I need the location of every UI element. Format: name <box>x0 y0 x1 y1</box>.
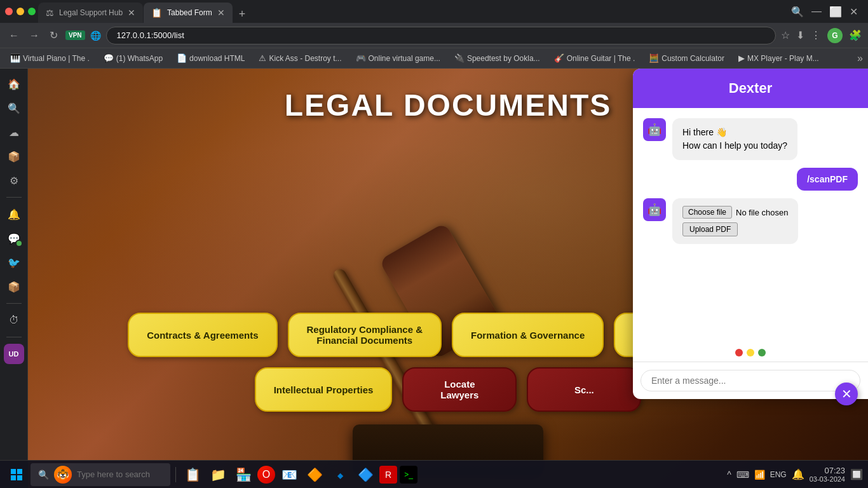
forward-button[interactable]: → <box>27 27 42 44</box>
window-minimize-btn[interactable] <box>17 8 24 15</box>
bookmark-mx-player[interactable]: ▶ MX Player - Play M... <box>733 51 824 65</box>
bookmark-label: Virtual Piano | The . <box>23 54 90 63</box>
taskbar-clock: 07:23 03-03-2024 <box>810 466 845 483</box>
svg-rect-0 <box>11 469 16 474</box>
taskbar-app-vlc[interactable]: 🔶 <box>303 463 326 486</box>
chat-user-message: /scanPDF <box>643 168 858 191</box>
sidebar-timer-icon[interactable]: ⏱ <box>4 310 24 330</box>
restore-icon[interactable]: ⬜ <box>829 6 842 18</box>
bookmark-favicon: 🎹 <box>10 53 20 63</box>
sidebar-box-icon[interactable]: 📦 <box>4 146 24 166</box>
sidebar-gear-icon[interactable]: ⚙ <box>4 170 24 191</box>
intellectual-properties-button[interactable]: Intellectual Properties <box>255 367 393 412</box>
bookmark-label: download HTML <box>189 54 245 63</box>
sidebar-home-icon[interactable]: 🏠 <box>4 74 24 94</box>
taskbar-app-opera[interactable]: O <box>257 466 275 484</box>
taskbar-app-mail[interactable]: 📧 <box>278 463 301 486</box>
action-center-icon[interactable]: 🔲 <box>850 468 863 480</box>
notification-icon[interactable]: 🔔 <box>792 468 804 480</box>
tab1-close-icon[interactable]: ✕ <box>128 8 135 18</box>
taskbar-search-input[interactable] <box>77 470 159 479</box>
keyboard-icon[interactable]: ⌨ <box>736 470 749 480</box>
star-icon[interactable]: ☆ <box>781 29 790 41</box>
url-input[interactable] <box>106 27 776 44</box>
taskbar-app-vscode[interactable]: 🔷 <box>354 463 377 486</box>
bookmark-kick-ass[interactable]: ⚠ Kick Ass - Destroy t... <box>254 51 346 65</box>
chat-input-row <box>633 362 868 399</box>
profile-avatar[interactable]: G <box>827 28 843 43</box>
bookmark-label: (1) WhatsApp <box>116 54 163 63</box>
taskbar-divider <box>175 467 176 482</box>
typing-dot-3 <box>758 349 766 356</box>
wifi-icon[interactable]: 📶 <box>754 470 765 480</box>
taskbar-app-red[interactable]: R <box>379 466 397 484</box>
browser-chrome: ⚖ Legal Support Hub ✕ 📋 Tabbed Form ✕ + … <box>0 0 868 69</box>
bookmark-label: Custom Calculator <box>661 54 724 63</box>
sidebar-package-icon[interactable]: 📦 <box>4 276 24 297</box>
svg-rect-2 <box>11 475 16 480</box>
tab-legal-support-hub[interactable]: ⚖ Legal Support Hub ✕ <box>38 3 143 23</box>
chat-messages: 🤖 Hi there 👋How can I help you today? /s… <box>633 108 868 344</box>
chat-user-bubble: /scanPDF <box>797 168 858 191</box>
bookmark-online-guitar[interactable]: 🎸 Online Guitar | The . <box>549 51 641 65</box>
taskbar-app-code[interactable]: ⬥ <box>329 463 351 486</box>
contracts-agreements-button[interactable]: Contracts & Agreements <box>128 313 277 357</box>
sidebar-ud-badge[interactable]: UD <box>4 344 24 364</box>
extensions-icon[interactable]: 🧩 <box>849 29 862 41</box>
download-icon[interactable]: ⬇ <box>796 29 804 41</box>
tab-tabbed-form[interactable]: 📋 Tabbed Form ✕ <box>144 3 233 23</box>
minimize-icon[interactable]: — <box>811 6 822 17</box>
typing-dot-2 <box>747 349 754 356</box>
settings-icon[interactable]: ⋮ <box>811 29 821 41</box>
back-button[interactable]: ← <box>6 27 22 44</box>
tray-up-icon[interactable]: ^ <box>727 470 731 480</box>
window-maximize-btn[interactable] <box>28 8 36 15</box>
taskbar-search[interactable]: 🔍 🐯 <box>31 463 170 486</box>
chat-greeting-bubble: Hi there 👋How can I help you today? <box>672 118 797 160</box>
upload-pdf-button[interactable]: Upload PDF <box>682 222 738 236</box>
taskbar: 🔍 🐯 📋 📁 🏪 O 📧 🔶 ⬥ 🔷 R >_ ^ ⌨ 📶 ENG 🔔 07:… <box>0 460 868 488</box>
globe-icon: 🌐 <box>90 30 101 41</box>
bookmark-label: Online virtual game... <box>369 54 440 63</box>
refresh-button[interactable]: ↻ <box>47 27 60 44</box>
bookmark-online-virtual-game[interactable]: 🎮 Online virtual game... <box>351 51 445 65</box>
sidebar-twitter-icon[interactable]: 🐦 <box>4 252 24 273</box>
taskbar-tiger-icon: 🐯 <box>54 466 72 484</box>
bookmark-label: Speedtest by Ookla... <box>467 54 540 63</box>
bookmarks-bar: 🎹 Virtual Piano | The . 💬 (1) WhatsApp 📄… <box>0 48 868 69</box>
choose-file-button[interactable]: Choose file <box>682 206 732 219</box>
taskbar-app-terminal[interactable]: >_ <box>400 466 417 484</box>
close-window-icon[interactable]: ✕ <box>850 6 858 18</box>
taskbar-app-files[interactable]: 📁 <box>207 463 229 486</box>
locate-lawyers-button[interactable]: LocateLawyers <box>402 367 517 412</box>
sidebar-cloud-icon[interactable]: ☁ <box>4 122 24 142</box>
regulatory-compliance-button[interactable]: Regulatory Compliance &Financial Documen… <box>288 313 442 357</box>
scan-button[interactable]: Sc... <box>527 367 641 412</box>
bookmark-whatsapp[interactable]: 💬 (1) WhatsApp <box>98 51 168 65</box>
sidebar-search-icon[interactable]: 🔍 <box>4 98 24 118</box>
chat-file-area: 🤖 Choose file No file chosen Upload PDF <box>643 198 858 244</box>
taskbar-app-store[interactable]: 🏪 <box>232 463 255 486</box>
bookmarks-more-icon[interactable]: » <box>857 53 863 64</box>
search-icon[interactable]: 🔍 <box>791 6 804 18</box>
sidebar-arrow-icon[interactable]: 🔔 <box>4 204 24 224</box>
new-tab-button[interactable]: + <box>233 5 251 23</box>
tab2-close-icon[interactable]: ✕ <box>217 8 225 18</box>
taskbar-app-task-view[interactable]: 📋 <box>181 463 204 486</box>
bookmark-label: MX Player - Play M... <box>747 54 819 63</box>
bookmark-virtual-piano[interactable]: 🎹 Virtual Piano | The . <box>5 51 95 65</box>
window-close-btn[interactable] <box>5 8 13 15</box>
sidebar-whatsapp-icon[interactable]: 💬 <box>4 228 24 248</box>
start-button[interactable] <box>5 463 28 486</box>
formation-governance-button[interactable]: Formation & Governance <box>452 313 604 357</box>
tab1-title: Legal Support Hub <box>59 8 123 17</box>
chat-close-button[interactable]: ✕ <box>835 383 858 405</box>
bookmark-download-html[interactable]: 📄 download HTML <box>172 51 250 65</box>
chat-message-input[interactable] <box>641 370 860 391</box>
bookmark-custom-calculator[interactable]: 🧮 Custom Calculator <box>644 51 729 65</box>
file-chosen-label: No file chosen <box>736 208 788 217</box>
bookmark-speedtest[interactable]: 🔌 Speedtest by Ookla... <box>449 51 545 65</box>
bookmark-label: Online Guitar | The . <box>567 54 635 63</box>
taskbar-search-icon: 🔍 <box>38 470 49 480</box>
language-label: ENG <box>770 470 787 479</box>
